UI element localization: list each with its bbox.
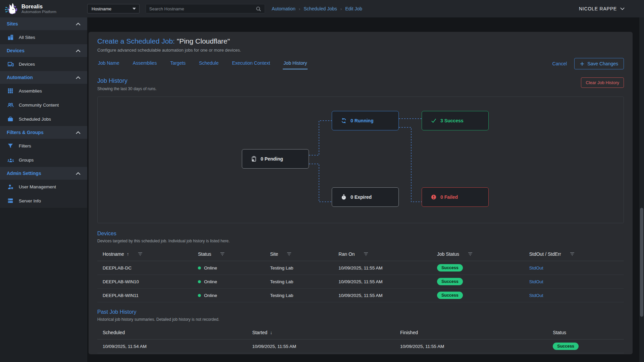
page-title: Create a Scheduled Job: "Ping Cloudflare… xyxy=(97,37,624,45)
flow-box-expired: 0 Expired xyxy=(332,187,399,207)
column-header-hostname[interactable]: Hostname↑ xyxy=(97,247,193,261)
tab-job-history[interactable]: Job History xyxy=(283,58,308,69)
sidebar-item-filters[interactable]: Filters xyxy=(0,139,87,153)
online-status-dot xyxy=(198,294,201,297)
filter-icon[interactable] xyxy=(570,252,575,256)
sidebar-section-filters-groups[interactable]: Filters & Groups xyxy=(0,126,87,139)
user-menu[interactable]: NICOLE RAPPE xyxy=(579,6,625,11)
site-cell: Testing Lab xyxy=(265,261,333,275)
expired-stopwatch-icon xyxy=(341,194,347,200)
devices-table: Hostname↑ Status Site Ran On Job Status … xyxy=(97,247,624,302)
sidebar-item-label: Groups xyxy=(19,158,34,163)
chevron-up-icon xyxy=(76,172,80,175)
sidebar-item-label: User Management xyxy=(19,184,56,189)
flow-box-success: 3 Success xyxy=(422,111,489,130)
column-header-started[interactable]: Started↓ xyxy=(247,326,395,340)
tab-assemblies[interactable]: Assemblies xyxy=(132,58,158,69)
sort-ascending-icon: ↑ xyxy=(127,251,129,257)
breadcrumb-scheduled-jobs[interactable]: Scheduled Jobs xyxy=(304,6,337,11)
column-header-ran-on[interactable]: Ran On xyxy=(333,247,432,261)
flow-box-pending: 0 Pending xyxy=(242,149,309,169)
filter-icon[interactable] xyxy=(468,252,473,256)
breadcrumb-separator: › xyxy=(340,6,342,11)
column-header-scheduled[interactable]: Scheduled xyxy=(97,326,247,340)
scrollbar[interactable] xyxy=(639,0,644,362)
brand: Borealis Automation Platform xyxy=(0,1,87,16)
column-header-site[interactable]: Site xyxy=(265,247,333,261)
cancel-button[interactable]: Cancel xyxy=(552,61,567,66)
tab-schedule[interactable]: Schedule xyxy=(198,58,219,69)
sidebar-section-label: Admin Settings xyxy=(7,171,41,176)
sidebar-item-server-info[interactable]: Server Info xyxy=(0,194,87,208)
filter-icon[interactable] xyxy=(364,252,368,256)
sidebar-item-community-content[interactable]: Community Content xyxy=(0,98,87,112)
tab-job-name[interactable]: Job Name xyxy=(97,58,120,69)
sidebar-item-user-management[interactable]: User Management xyxy=(0,180,87,194)
search-icon[interactable] xyxy=(256,6,261,12)
people-icon xyxy=(7,102,14,108)
funnel-icon xyxy=(7,143,14,149)
column-header-job-status[interactable]: Job Status xyxy=(432,247,524,261)
breadcrumb-edit-job[interactable]: Edit Job xyxy=(345,6,362,11)
flow-expired-label: 0 Expired xyxy=(351,194,372,200)
sidebar-item-all-sites[interactable]: All Sites xyxy=(0,30,87,44)
clear-job-history-button[interactable]: Clear Job History xyxy=(581,77,624,88)
sidebar-section-admin-settings[interactable]: Admin Settings xyxy=(0,167,87,180)
borealis-rabbit-logo-icon xyxy=(3,1,18,16)
job-status-flow-diagram: 0 Pending 0 Running 3 Success 0 Expired xyxy=(97,97,624,223)
brand-name: Borealis xyxy=(21,4,56,10)
breadcrumb-automation[interactable]: Automation xyxy=(272,6,296,11)
caret-down-icon xyxy=(132,8,136,10)
column-header-finished[interactable]: Finished xyxy=(395,326,547,340)
sidebar-section-label: Automation xyxy=(7,75,33,80)
tab-execution-context[interactable]: Execution Context xyxy=(231,58,271,69)
stdout-link[interactable]: StdOut xyxy=(529,279,543,284)
top-bar: Borealis Automation Platform Hostname Au… xyxy=(0,0,644,17)
column-header-stdout-stderr[interactable]: StdOut / StdErr xyxy=(524,247,624,261)
brand-subtitle: Automation Platform xyxy=(21,10,56,14)
chevron-down-icon xyxy=(620,7,625,10)
chevron-up-icon xyxy=(76,49,80,52)
save-changes-button[interactable]: Save Changes xyxy=(574,58,624,69)
tab-targets[interactable]: Targets xyxy=(169,58,186,69)
chevron-up-icon xyxy=(76,131,80,134)
building-icon xyxy=(7,34,14,41)
sidebar-item-devices[interactable]: Devices xyxy=(0,57,87,71)
sidebar-item-label: Devices xyxy=(19,62,35,67)
search-input[interactable] xyxy=(149,6,256,11)
sidebar-section-sites[interactable]: Sites xyxy=(0,17,87,30)
job-history-heading: Job History xyxy=(97,77,157,84)
online-status-dot xyxy=(198,280,201,283)
past-job-history-table: Scheduled Started↓ Finished Status 10/09… xyxy=(97,326,624,353)
sidebar-section-devices[interactable]: Devices xyxy=(0,44,87,57)
filter-icon[interactable] xyxy=(287,252,291,256)
job-history-subtitle: Showing the last 30 days of runs. xyxy=(97,86,157,91)
sidebar-item-groups[interactable]: Groups xyxy=(0,153,87,167)
column-header-status[interactable]: Status xyxy=(547,326,624,340)
hostname-search[interactable] xyxy=(146,4,265,13)
hostname-select[interactable]: Hostname xyxy=(87,4,140,13)
sidebar-section-label: Sites xyxy=(7,21,18,26)
failed-alert-icon xyxy=(431,194,437,200)
sidebar: Sites All Sites Devices Devices Automati… xyxy=(0,17,87,362)
finished-cell: 10/09/2025, 11:55 AM xyxy=(395,340,547,353)
sort-descending-icon: ↓ xyxy=(270,330,272,335)
past-history-header-row: Scheduled Started↓ Finished Status xyxy=(97,326,624,340)
filter-icon[interactable] xyxy=(220,252,225,256)
briefcase-icon xyxy=(7,116,14,122)
user-name: NICOLE RAPPE xyxy=(579,6,617,11)
filter-icon[interactable] xyxy=(138,252,143,256)
status-label: Online xyxy=(204,293,217,298)
sidebar-section-automation[interactable]: Automation xyxy=(0,71,87,84)
scrollbar-thumb[interactable] xyxy=(640,208,643,317)
stdout-link[interactable]: StdOut xyxy=(529,265,543,270)
table-row: DEEPLAB-WIN10 Online Testing Lab 10/09/2… xyxy=(97,275,624,289)
breadcrumb: Automation › Scheduled Jobs › Edit Job xyxy=(272,6,362,11)
sidebar-item-assemblies[interactable]: Assemblies xyxy=(0,84,87,98)
sidebar-item-scheduled-jobs[interactable]: Scheduled Jobs xyxy=(0,112,87,126)
ran-on-cell: 10/09/2025, 11:55 AM xyxy=(333,261,432,275)
table-row: DEEPLAB-WIN11 Online Testing Lab 10/09/2… xyxy=(97,289,624,302)
chevron-up-icon xyxy=(76,76,80,79)
column-header-status[interactable]: Status xyxy=(193,247,265,261)
stdout-link[interactable]: StdOut xyxy=(529,293,543,298)
